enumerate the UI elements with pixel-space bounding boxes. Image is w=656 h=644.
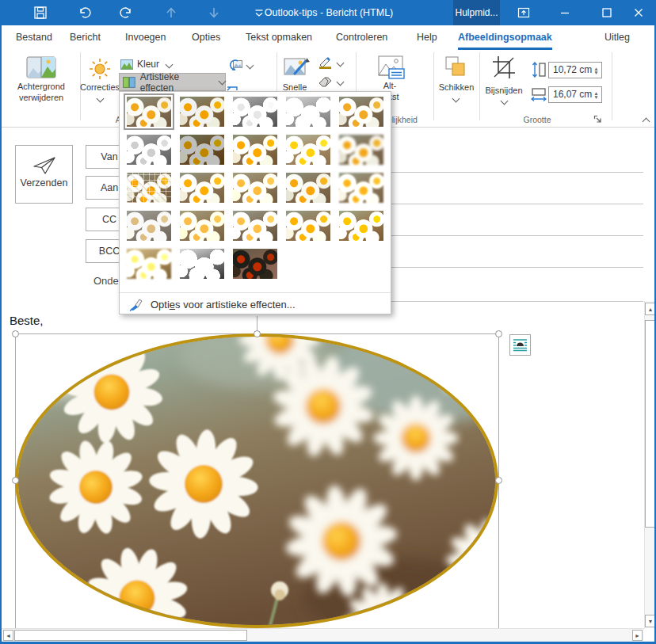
- effect-thumbnail-glass[interactable]: [339, 173, 383, 203]
- redo-icon[interactable]: [120, 6, 134, 20]
- from-field-underline[interactable]: [391, 172, 643, 173]
- collapse-ribbon-icon[interactable]: [643, 118, 650, 126]
- effect-thumbnail-none[interactable]: [127, 97, 171, 127]
- color-label[interactable]: Kleur: [137, 59, 159, 70]
- cc-field-underline[interactable]: [391, 235, 643, 236]
- effect-thumbnail-pencil-grayscale[interactable]: [233, 97, 277, 127]
- remove-background-label-1[interactable]: Achtergrond: [3, 82, 79, 91]
- effect-thumbnail-cement[interactable]: [127, 211, 171, 241]
- resize-handle-middle-left[interactable]: [12, 477, 19, 484]
- minimize-button[interactable]: [558, 6, 572, 20]
- resize-handle-middle-right[interactable]: [495, 477, 502, 484]
- artistic-effects-options-item[interactable]: Opties voor artistieke effecten...: [120, 295, 391, 314]
- effect-thumbnail-crisscross-etching[interactable]: [233, 211, 277, 241]
- shape-height-icon: [531, 62, 547, 78]
- scroll-down-button[interactable]: ▼: [645, 615, 656, 627]
- effect-thumbnail-blur[interactable]: [339, 135, 383, 165]
- effect-thumbnail-paint-brush[interactable]: [233, 135, 277, 165]
- scroll-left-button[interactable]: ◄: [3, 630, 13, 641]
- resize-handle-top-left[interactable]: [12, 330, 19, 337]
- height-field[interactable]: 10,72 cm ▲▼: [548, 62, 602, 78]
- bcc-field-underline[interactable]: [391, 267, 643, 268]
- height-spinner[interactable]: ▲▼: [591, 63, 601, 78]
- effect-preview-mosaic-bubbles: [286, 173, 330, 203]
- crop-label[interactable]: Bijsnijden: [480, 86, 528, 95]
- effect-thumbnail-photocopy[interactable]: [180, 249, 224, 279]
- corrections-label[interactable]: Correcties: [77, 82, 123, 92]
- effect-thumbnail-glow-diffused[interactable]: [286, 135, 330, 165]
- transparency-icon[interactable]: [228, 59, 242, 72]
- color-icon[interactable]: [120, 59, 133, 70]
- send-label: Verzenden: [16, 177, 72, 189]
- effect-thumbnail-plastic-wrap[interactable]: [339, 211, 383, 241]
- subject-field-underline[interactable]: [391, 301, 643, 302]
- width-spinner[interactable]: ▲▼: [591, 87, 601, 102]
- effect-thumbnail-glow-edges[interactable]: [233, 249, 277, 279]
- picture-border-pen-icon[interactable]: [318, 56, 332, 69]
- height-value[interactable]: 10,72 cm: [553, 63, 592, 78]
- scroll-right-button[interactable]: ►: [632, 630, 643, 641]
- artistic-effects-button[interactable]: Artistieke effecten: [119, 73, 226, 91]
- inserted-picture[interactable]: [15, 333, 498, 628]
- effect-thumbnail-cutout[interactable]: [127, 249, 171, 279]
- effect-thumbnail-watercolor-sponge[interactable]: [180, 173, 224, 203]
- picture-effects-eraser-icon[interactable]: [318, 76, 332, 87]
- arrange-icon[interactable]: [445, 56, 466, 77]
- send-button[interactable]: Verzenden: [15, 145, 73, 204]
- tab-invoegen[interactable]: Invoegen: [125, 25, 166, 48]
- picture-tools-context-tab[interactable]: Hulpmid...: [453, 0, 500, 25]
- effect-thumbnail-chalk-sketch[interactable]: [127, 135, 171, 165]
- tab-uitleg[interactable]: Uitleg: [605, 25, 630, 48]
- artistic-effects-label: Artistieke effecten: [140, 71, 214, 93]
- outlook-compose-window: Outlook-tips - Bericht (HTML) Hulpmid...…: [0, 0, 656, 644]
- tab-opties[interactable]: Opties: [192, 25, 220, 48]
- resize-handle-top-center[interactable]: [254, 330, 261, 337]
- vertical-scroll-thumb[interactable]: [645, 320, 655, 528]
- effect-thumbnail-paint-strokes[interactable]: [180, 135, 224, 165]
- tab-tekst-opmaken[interactable]: Tekst opmaken: [246, 25, 312, 48]
- resize-handle-top-right[interactable]: [495, 330, 502, 337]
- body-greeting[interactable]: Beste,: [10, 314, 44, 327]
- effect-preview-line-drawing: [339, 97, 383, 127]
- effect-thumbnail-line-drawing[interactable]: [339, 97, 383, 127]
- remove-background-label-2[interactable]: verwijderen: [3, 93, 79, 102]
- tab-bericht[interactable]: Bericht: [70, 25, 101, 48]
- close-button[interactable]: [631, 6, 646, 20]
- width-value[interactable]: 16,07 cm: [553, 87, 592, 102]
- crop-chevron-icon: [501, 97, 509, 105]
- effect-thumbnail-marker[interactable]: [180, 97, 224, 127]
- tab-bestand[interactable]: Bestand: [16, 25, 52, 48]
- effect-preview-blur: [339, 135, 383, 165]
- horizontal-scroll-thumb[interactable]: [14, 630, 247, 641]
- effect-preview-light-screen: [127, 173, 171, 203]
- effect-thumbnail-mosaic-bubbles[interactable]: [286, 173, 330, 203]
- arrange-label[interactable]: Schikken: [433, 82, 480, 92]
- maximize-button[interactable]: [600, 6, 614, 20]
- effect-thumbnail-pencil-sketch[interactable]: [286, 97, 330, 127]
- width-field[interactable]: 16,07 cm ▲▼: [548, 86, 602, 103]
- corrections-sun-icon[interactable]: [89, 58, 111, 80]
- effect-thumbnail-film-grain[interactable]: [233, 173, 277, 203]
- alt-text-icon[interactable]: [378, 55, 405, 79]
- size-dialog-launcher-icon[interactable]: [593, 115, 602, 124]
- ribbon-display-options-icon[interactable]: [517, 6, 531, 20]
- effect-thumbnail-texturizer[interactable]: [180, 211, 224, 241]
- effect-preview-texturizer: [180, 211, 224, 241]
- effects-gallery: [127, 97, 383, 279]
- save-icon[interactable]: [33, 6, 48, 20]
- scroll-up-button[interactable]: ▲: [645, 303, 656, 315]
- effect-preview-glow-edges: [233, 249, 277, 279]
- effect-thumbnail-light-screen[interactable]: [127, 173, 171, 203]
- undo-icon[interactable]: [77, 6, 91, 20]
- layout-options-button[interactable]: [509, 334, 531, 356]
- remove-background-icon[interactable]: [26, 56, 56, 80]
- crop-icon[interactable]: [491, 55, 517, 80]
- tab-controleren[interactable]: Controleren: [336, 25, 387, 48]
- effect-thumbnail-pastels-smooth[interactable]: [286, 211, 330, 241]
- color-chevron-icon: [166, 61, 174, 69]
- to-field-underline[interactable]: [391, 204, 643, 204]
- tab-help[interactable]: Help: [417, 25, 437, 48]
- quick-styles-icon[interactable]: [284, 56, 311, 80]
- tab-afbeeldingsopmaak[interactable]: Afbeeldingsopmaak: [458, 25, 552, 50]
- alt-text-label-1[interactable]: Alt-: [366, 81, 414, 90]
